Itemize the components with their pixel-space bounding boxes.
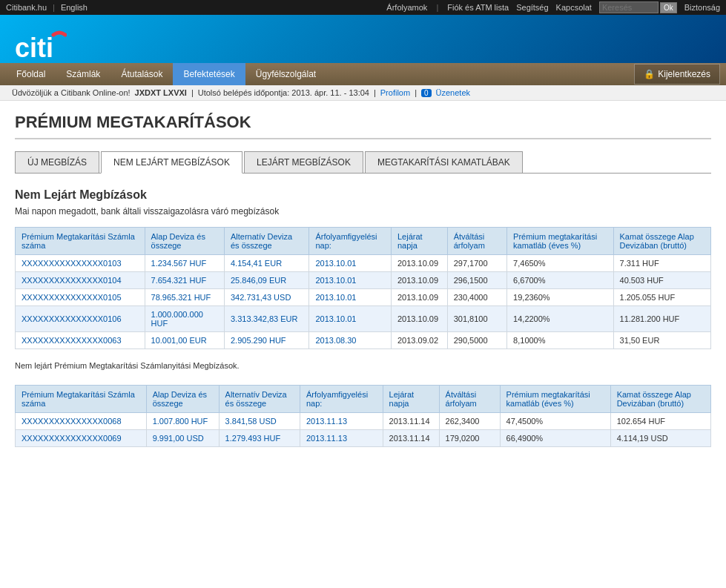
table-row: XXXXXXXXXXXXXXX01061.000.000.000 HUF3.31… (16, 306, 711, 332)
lang-link[interactable]: English (61, 3, 88, 12)
divider3: | (415, 88, 417, 97)
col-interest: Prémium megtakarítási kamatláb (éves %) (507, 228, 613, 255)
col-base: Alap Deviza és összege (145, 228, 224, 255)
divider: | (53, 3, 55, 12)
nav-biztonsag[interactable]: Biztonság (684, 3, 720, 12)
nav-left: Főoldal Számlák Átutalások Befektetések … (6, 63, 326, 85)
top-bar-right: Árfolyamok | Fiók és ATM lista Segítség … (386, 1, 720, 13)
page-content: PRÉMIUM MEGTAKARÍTÁSOK ÚJ MEGBÍZÁS NEM L… (0, 101, 726, 471)
welcome-text: Üdvözöljük a Citibank Online-on! (12, 88, 131, 97)
top-bar-left: Citibank.hu | English (6, 3, 88, 12)
col2-watch: Árfolyamfigyelési nap: (300, 386, 383, 413)
table-section2: Prémium Megtakarítási Számla száma Alap … (15, 385, 711, 447)
table-row: XXXXXXXXXXXXXXX006310.001,00 EUR2.905.29… (16, 332, 711, 349)
col2-rate: Átváltási árfolyam (439, 386, 500, 413)
tab-nem-lejart[interactable]: NEM LEJÁRT MEGBÍZÁSOK (101, 151, 242, 174)
col2-expiry: Lejárat napja (383, 386, 439, 413)
col2-base: Alap Deviza és összege (146, 386, 219, 413)
table-section1: Prémium Megtakarítási Számla száma Alap … (15, 227, 711, 349)
welcome-bar: Üdvözöljük a Citibank Online-on! JXDXT L… (0, 85, 726, 101)
nav-fiok[interactable]: Fiók és ATM lista (447, 3, 509, 12)
svg-text:citi: citi (15, 33, 53, 62)
col2-account: Prémium Megtakarítási Számla száma (16, 386, 147, 413)
messages-badge: 0 (421, 89, 432, 97)
brand-link[interactable]: Citibank.hu (6, 3, 47, 12)
search-button[interactable]: Ok (660, 2, 677, 13)
citi-logo: citi (15, 29, 52, 59)
section1-subtitle: Mai napon megadott, bank általi visszaig… (15, 206, 711, 217)
col-expiry: Lejárat napja (392, 228, 448, 255)
nav-segitseg[interactable]: Segítség (516, 3, 548, 12)
nav-right: 🔒 Kijelentkezés (634, 63, 720, 85)
nav-atutalasok[interactable]: Átutalások (110, 63, 173, 85)
section1-note: Nem lejárt Prémium Megtakarítási Számlan… (15, 361, 711, 370)
col2-alt: Alternatív Deviza és összege (219, 386, 300, 413)
section1-title: Nem Lejárt Megbízások (15, 188, 711, 202)
top-bar: Citibank.hu | English Árfolyamok | Fiók … (0, 0, 726, 15)
nav-kapcsolat[interactable]: Kapcsolat (556, 3, 592, 12)
nav-arfolyamok[interactable]: Árfolyamok (386, 3, 427, 12)
lock-icon: 🔒 (644, 69, 655, 79)
nav-ugyfelszolgalat[interactable]: Ügyfélszolgálat (245, 63, 326, 85)
table2-header-row: Prémium Megtakarítási Számla száma Alap … (16, 386, 711, 413)
col-amount: Kamat összege Alap Devizában (bruttó) (613, 228, 710, 255)
tab-kamatlabak[interactable]: MEGTAKARÍTÁSI KAMATLÁBAK (365, 151, 523, 173)
welcome-user: JXDXT LXVXI (135, 88, 187, 97)
nav-befektetes[interactable]: Befektetések (173, 63, 245, 85)
col2-interest: Prémium megtakarítási kamatláb (éves %) (500, 386, 610, 413)
table-row: XXXXXXXXXXXXXXX01031.234.567 HUF4.154,41… (16, 255, 711, 272)
table-row: XXXXXXXXXXXXXXX00681.007.800 HUF3.841,58… (16, 413, 711, 430)
table-row: XXXXXXXXXXXXXXX00699.991,00 USD1.279.493… (16, 430, 711, 447)
table-row: XXXXXXXXXXXXXXX01047.654.321 HUF25.846,0… (16, 272, 711, 289)
messages-link[interactable]: Üzenetek (436, 88, 470, 97)
divider2: | (374, 88, 376, 97)
search-form: Ok (599, 1, 677, 13)
table-header-row: Prémium Megtakarítási Számla száma Alap … (16, 228, 711, 255)
tab-lejart[interactable]: LEJÁRT MEGBÍZÁSOK (244, 151, 363, 173)
search-input[interactable] (599, 1, 659, 13)
logout-label: Kijelentkezés (658, 69, 710, 79)
page-title: PRÉMIUM MEGTAKARÍTÁSOK (15, 113, 711, 139)
col-account: Prémium Megtakarítási Számla száma (16, 228, 145, 255)
nav-bar: Főoldal Számlák Átutalások Befektetések … (0, 63, 726, 85)
logout-button[interactable]: 🔒 Kijelentkezés (634, 64, 720, 85)
tabs: ÚJ MEGBÍZÁS NEM LEJÁRT MEGBÍZÁSOK LEJÁRT… (15, 151, 711, 174)
profile-link[interactable]: Profilom (380, 88, 410, 97)
col-alt: Alternatív Deviza és összege (224, 228, 308, 255)
col-watch: Árfolyamfigyelési nap: (309, 228, 392, 255)
divider: | (191, 88, 194, 97)
last-login: Utolsó belépés időpontja: 2013. ápr. 11.… (198, 88, 369, 97)
table-row: XXXXXXXXXXXXXXX010578.965.321 HUF342.731… (16, 289, 711, 306)
nav-fooldal[interactable]: Főoldal (6, 63, 56, 85)
tab-uj-megbizas[interactable]: ÚJ MEGBÍZÁS (15, 151, 99, 173)
header: citi (0, 15, 726, 63)
nav-szamlak[interactable]: Számlák (56, 63, 110, 85)
col2-amount: Kamat összege Alap Devizában (bruttó) (610, 386, 710, 413)
col-rate: Átváltási árfolyam (447, 228, 506, 255)
